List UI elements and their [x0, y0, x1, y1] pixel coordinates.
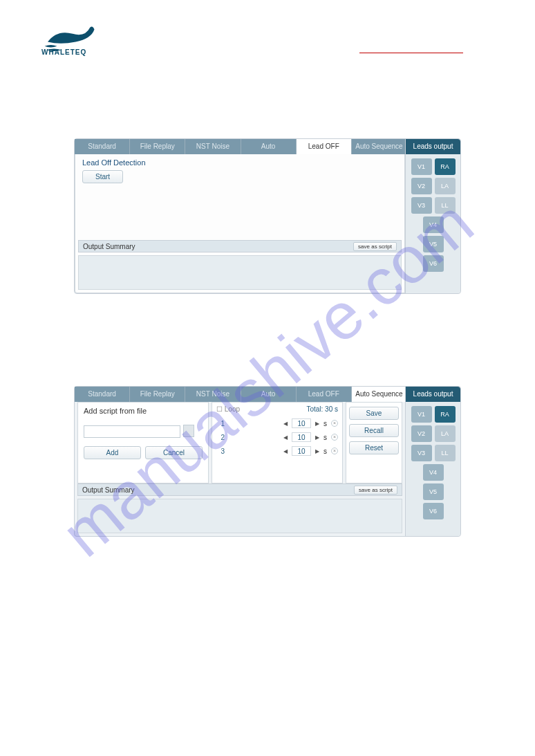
delete-row-icon[interactable]: ×	[331, 448, 338, 454]
seq-unit: s	[323, 448, 327, 455]
lead-ra[interactable]: RA	[435, 158, 456, 175]
lead-la[interactable]: LA	[435, 425, 456, 442]
output-summary-bar-2: Output Summary save as script	[77, 483, 402, 496]
lead-ll[interactable]: LL	[435, 445, 456, 461]
lead-off-panel: Standard File Replay NST Noise Auto Lead…	[74, 138, 461, 294]
tab2-auto[interactable]: Auto	[241, 387, 297, 402]
seq-value[interactable]: 10	[292, 432, 311, 442]
auto-sequence-panel: Standard File Replay NST Noise Auto Lead…	[74, 386, 461, 537]
leads-output-panel: Leads output V1 RA V2 LA V3 LL V4 V5 V6	[405, 139, 460, 293]
reset-button[interactable]: Reset	[349, 441, 399, 454]
add-script-label: Add script from file	[84, 407, 203, 415]
seq-value[interactable]: 10	[292, 446, 311, 456]
lead-off-content: Lead Off Detection Start Output Summary …	[75, 154, 405, 293]
tab-bar-2: Standard File Replay NST Noise Auto Lead…	[75, 387, 406, 402]
tab2-standard[interactable]: Standard	[75, 387, 130, 402]
seq-unit: s	[323, 434, 327, 441]
tab-lead-off[interactable]: Lead OFF	[297, 139, 352, 154]
lead-v5[interactable]: V5	[423, 483, 444, 500]
leads-output-header: Leads output	[406, 139, 460, 154]
lead-v6[interactable]: V6	[423, 503, 444, 519]
lead-ll[interactable]: LL	[435, 197, 456, 214]
lead-ra[interactable]: RA	[435, 406, 456, 423]
output-summary-area	[78, 255, 402, 290]
sequence-list: ☐ Loop Total: 30 s 1 ◀ 10 ▶ s × 2 ◀ 10 ▶…	[212, 402, 343, 483]
seq-index: 2	[216, 434, 225, 441]
cancel-button[interactable]: Cancel	[145, 446, 203, 459]
start-button[interactable]: Start	[82, 170, 123, 183]
lead-v3[interactable]: V3	[411, 445, 432, 461]
browse-button[interactable]	[183, 425, 194, 437]
lead-la[interactable]: LA	[435, 178, 456, 194]
lead-v5[interactable]: V5	[423, 236, 444, 252]
save-as-script-button-2[interactable]: save as script	[354, 486, 397, 495]
lead-v2[interactable]: V2	[411, 178, 432, 194]
output-summary-label: Output Summary	[83, 243, 135, 250]
tab2-lead-off[interactable]: Lead OFF	[297, 387, 352, 402]
seq-index: 1	[216, 420, 225, 427]
next-arrow-icon[interactable]: ▶	[315, 448, 319, 454]
total-label: Total: 30 s	[306, 405, 338, 413]
lead-v4[interactable]: V4	[423, 216, 444, 233]
seq-value[interactable]: 10	[292, 418, 311, 428]
sequence-actions: Save Recall Reset	[346, 402, 402, 483]
loop-checkbox-label[interactable]: ☐ Loop	[216, 405, 240, 413]
tab2-auto-sequence[interactable]: Auto Sequence	[352, 387, 406, 402]
tab-auto-sequence[interactable]: Auto Sequence	[352, 139, 406, 154]
recall-button[interactable]: Recall	[349, 424, 399, 437]
next-arrow-icon[interactable]: ▶	[315, 421, 319, 427]
output-summary-area-2	[77, 499, 402, 533]
header-divider	[359, 53, 463, 53]
sequence-row-1: 1 ◀ 10 ▶ s ×	[216, 418, 338, 428]
prev-arrow-icon[interactable]: ◀	[283, 421, 288, 427]
output-summary-label: Output Summary	[82, 486, 135, 494]
sequence-row-2: 2 ◀ 10 ▶ s ×	[216, 432, 338, 442]
lead-v2[interactable]: V2	[411, 425, 432, 442]
sequence-row-3: 3 ◀ 10 ▶ s ×	[216, 446, 338, 456]
seq-unit: s	[323, 420, 327, 427]
prev-arrow-icon[interactable]: ◀	[283, 434, 288, 441]
lead-v4[interactable]: V4	[423, 464, 444, 481]
output-summary-bar: Output Summary save as script	[78, 240, 402, 252]
seq-index: 3	[216, 448, 225, 455]
next-arrow-icon[interactable]: ▶	[315, 434, 319, 441]
tab2-nst-noise[interactable]: NST Noise	[185, 387, 241, 402]
prev-arrow-icon[interactable]: ◀	[283, 448, 288, 454]
delete-row-icon[interactable]: ×	[331, 420, 338, 427]
tab-file-replay[interactable]: File Replay	[130, 139, 185, 154]
tab2-file-replay[interactable]: File Replay	[130, 387, 185, 402]
save-as-script-button[interactable]: save as script	[353, 242, 397, 251]
lead-v6[interactable]: V6	[423, 255, 444, 272]
lead-v1[interactable]: V1	[411, 158, 432, 175]
add-button[interactable]: Add	[84, 446, 141, 459]
save-button[interactable]: Save	[349, 407, 399, 420]
add-script-section: Add script from file Add Cancel	[77, 402, 209, 483]
lead-v1[interactable]: V1	[411, 406, 432, 423]
tab-auto[interactable]: Auto	[241, 139, 297, 154]
delete-row-icon[interactable]: ×	[331, 434, 338, 441]
leads-output-panel-2: Leads output V1 RA V2 LA V3 LL V4 V5 V6	[405, 387, 460, 536]
lead-off-detection-label: Lead Off Detection	[82, 158, 397, 167]
logo-text: WHALETEQ	[41, 48, 86, 56]
tab-bar: Standard File Replay NST Noise Auto Lead…	[75, 139, 406, 154]
tab-standard[interactable]: Standard	[75, 139, 130, 154]
script-path-input[interactable]	[84, 425, 180, 438]
lead-v3[interactable]: V3	[411, 197, 432, 214]
tab-nst-noise[interactable]: NST Noise	[185, 139, 241, 154]
leads-output-header-2: Leads output	[406, 387, 460, 402]
